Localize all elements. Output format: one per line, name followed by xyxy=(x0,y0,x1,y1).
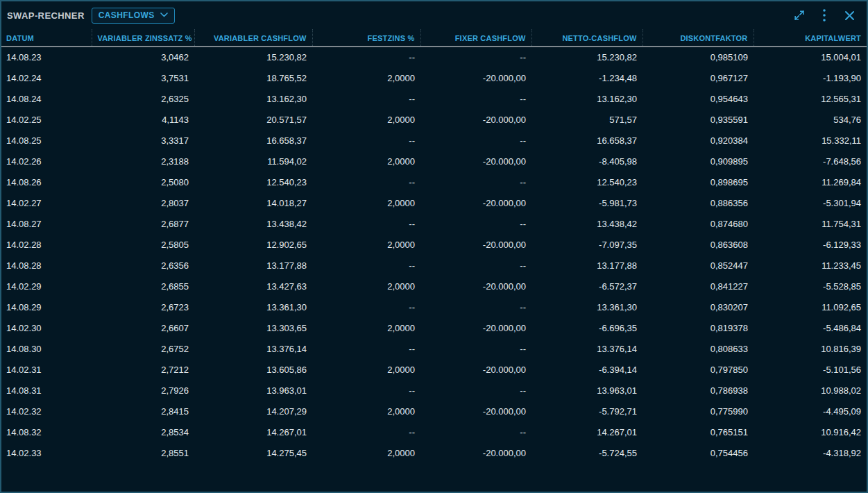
cell: 11.269,84 xyxy=(754,172,867,192)
cell: 13.427,63 xyxy=(194,276,312,296)
cell: 2,5080 xyxy=(92,172,194,192)
cell: 0,819378 xyxy=(643,317,754,338)
cell: 2,0000 xyxy=(312,109,420,130)
cell: -6.394,14 xyxy=(531,359,643,380)
cell: 16.658,37 xyxy=(194,130,312,151)
cell: 14.08.28 xyxy=(1,255,92,276)
column-header-4[interactable]: FIXER CASHFLOW xyxy=(420,29,531,47)
cell: 13.361,30 xyxy=(531,296,643,317)
cell: -5.724,55 xyxy=(531,442,643,463)
cell: 2,8534 xyxy=(92,421,194,442)
expand-icon[interactable] xyxy=(792,8,807,23)
cell: -20.000,00 xyxy=(420,151,531,172)
table-row: 14.08.312,792613.963,01----13.963,010,78… xyxy=(1,380,867,401)
table-row: 14.02.302,660713.303,652,0000-20.000,00-… xyxy=(1,317,867,338)
view-selector-dropdown[interactable]: CASHFLOWS xyxy=(92,8,175,24)
cell: -4.495,09 xyxy=(754,401,867,421)
cell: 13.438,42 xyxy=(194,213,312,234)
cell: 14.08.25 xyxy=(1,130,92,151)
table-row: 14.08.272,687713.438,42----13.438,420,87… xyxy=(1,213,867,234)
cell: 0,985109 xyxy=(643,47,754,67)
cell: 14.267,01 xyxy=(194,421,312,442)
cell: 0,886356 xyxy=(643,192,754,213)
column-header-5[interactable]: NETTO-CASHFLOW xyxy=(531,29,643,47)
cell: 11.233,45 xyxy=(754,255,867,276)
cell: 2,3188 xyxy=(92,151,194,172)
cell: -- xyxy=(420,380,531,401)
cell: -5.101,56 xyxy=(754,359,867,380)
kebab-menu-icon[interactable] xyxy=(817,8,832,23)
cell: 13.963,01 xyxy=(531,380,643,401)
cell: 13.177,88 xyxy=(531,255,643,276)
cell: 14.275,45 xyxy=(194,442,312,463)
table-header-row: DATUMVARIABLER ZINSSATZ %VARIABLER CASHF… xyxy=(1,29,867,47)
column-header-0[interactable]: DATUM xyxy=(1,29,92,47)
cell: 13.177,88 xyxy=(194,255,312,276)
column-header-6[interactable]: DISKONTFAKTOR xyxy=(643,29,754,47)
cell: -- xyxy=(420,172,531,192)
table-row: 14.02.243,753118.765,522,0000-20.000,00-… xyxy=(1,67,867,88)
table-row: 14.02.312,721213.605,862,0000-20.000,00-… xyxy=(1,359,867,380)
cell: 14.02.30 xyxy=(1,317,92,338)
view-selector-value: CASHFLOWS xyxy=(99,10,155,20)
cell: 2,6855 xyxy=(92,276,194,296)
column-header-1[interactable]: VARIABLER ZINSSATZ % xyxy=(92,29,194,47)
cell: -20.000,00 xyxy=(420,276,531,296)
cell: 13.361,30 xyxy=(194,296,312,317)
cell: 14.08.26 xyxy=(1,172,92,192)
cell: -5.981,73 xyxy=(531,192,643,213)
cell: -20.000,00 xyxy=(420,401,531,421)
cell: 2,8551 xyxy=(92,442,194,463)
cell: 14.02.24 xyxy=(1,67,92,88)
table-row: 14.08.253,331716.658,37----16.658,370,92… xyxy=(1,130,867,151)
cashflow-table: DATUMVARIABLER ZINSSATZ %VARIABLER CASHF… xyxy=(1,29,867,463)
cell: 14.02.29 xyxy=(1,276,92,296)
column-header-3[interactable]: FESTZINS % xyxy=(312,29,420,47)
table-row: 14.08.292,672313.361,30----13.361,300,83… xyxy=(1,296,867,317)
cell: 14.02.31 xyxy=(1,359,92,380)
cell: 11.594,02 xyxy=(194,151,312,172)
cell: 0,874680 xyxy=(643,213,754,234)
titlebar: SWAP-RECHNER CASHFLOWS xyxy=(1,1,867,29)
cell: -20.000,00 xyxy=(420,442,531,463)
cell: 13.376,14 xyxy=(194,338,312,359)
cell: -20.000,00 xyxy=(420,109,531,130)
cell: 0,954643 xyxy=(643,88,754,109)
cell: 0,754456 xyxy=(643,442,754,463)
column-header-2[interactable]: VARIABLER CASHFLOW xyxy=(194,29,312,47)
cell: 0,863608 xyxy=(643,234,754,255)
cell: -- xyxy=(312,172,420,192)
cell: -5.528,85 xyxy=(754,276,867,296)
cell: 10.816,39 xyxy=(754,338,867,359)
cell: -5.301,94 xyxy=(754,192,867,213)
table-row: 14.02.282,580512.902,652,0000-20.000,00-… xyxy=(1,234,867,255)
table-row: 14.08.242,632513.162,30----13.162,300,95… xyxy=(1,88,867,109)
cell: 4,1143 xyxy=(92,109,194,130)
cell: 15.332,11 xyxy=(754,130,867,151)
cell: 0,909895 xyxy=(643,151,754,172)
column-header-7[interactable]: KAPITALWERT xyxy=(754,29,867,47)
cell: 14.08.24 xyxy=(1,88,92,109)
cell: 534,76 xyxy=(754,109,867,130)
cell: 14.267,01 xyxy=(531,421,643,442)
cell: 0,967127 xyxy=(643,67,754,88)
cell: 14.08.30 xyxy=(1,338,92,359)
swap-calculator-window: SWAP-RECHNER CASHFLOWS xyxy=(0,0,868,493)
cell: 0,841227 xyxy=(643,276,754,296)
close-icon[interactable] xyxy=(842,8,857,23)
cell: 14.02.33 xyxy=(1,442,92,463)
cell: -- xyxy=(420,213,531,234)
cell: 14.08.23 xyxy=(1,47,92,67)
cell: -- xyxy=(312,296,420,317)
cell: -4.318,92 xyxy=(754,442,867,463)
cell: 2,6607 xyxy=(92,317,194,338)
cell: -5.792,71 xyxy=(531,401,643,421)
table-row: 14.02.292,685513.427,632,0000-20.000,00-… xyxy=(1,276,867,296)
cell: 10.988,02 xyxy=(754,380,867,401)
cell: 2,6325 xyxy=(92,88,194,109)
cell: 14.02.26 xyxy=(1,151,92,172)
cell: 16.658,37 xyxy=(531,130,643,151)
cell: 0,852447 xyxy=(643,255,754,276)
cell: -- xyxy=(420,47,531,67)
cell: 10.916,42 xyxy=(754,421,867,442)
